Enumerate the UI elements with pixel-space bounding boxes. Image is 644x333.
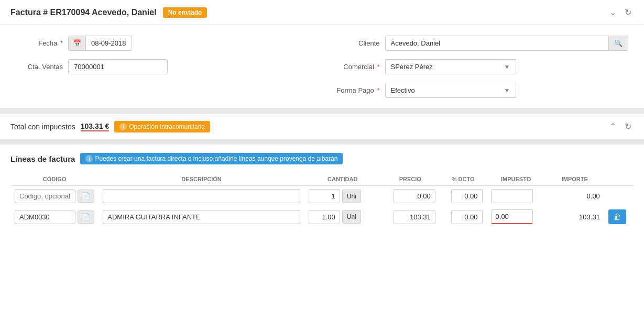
row2-desc-cell [99, 206, 304, 227]
op-intracomunitaria-label: Operación Intracomunitaria [129, 123, 205, 130]
row2-cantidad-input[interactable] [309, 210, 340, 224]
row2-desc-input[interactable] [103, 210, 300, 224]
row2-dcto-cell [440, 206, 487, 227]
total-refresh-button[interactable]: ↻ [623, 120, 634, 132]
row2-codigo-input[interactable] [15, 210, 75, 224]
row2-delete-button[interactable]: 🗑 [608, 209, 626, 224]
row2-importe-cell: 103.31 [545, 206, 604, 227]
table-header-row: CÓDIGO DESCRIPCIÓN CANTIDAD PRECIO % DCT… [10, 173, 634, 186]
row2-codigo-cell: 📄 [10, 206, 99, 227]
col-header-descripcion: DESCRIPCIÓN [99, 173, 304, 186]
lines-title: Líneas de factura [10, 154, 75, 163]
row1-precio-input[interactable] [394, 189, 435, 203]
row2-impuesto-input[interactable] [491, 209, 533, 224]
lines-header: Líneas de factura i Puedes crear una fac… [10, 153, 634, 164]
cliente-row: Cliente 🔍 [333, 36, 629, 51]
lines-section: Líneas de factura i Puedes crear una fac… [0, 145, 644, 333]
forma-pago-row: Forma Pago * Efectivo ▼ [333, 83, 629, 98]
comercial-select[interactable]: SPerez Pérez ▼ [385, 59, 516, 74]
row1-impuesto-input[interactable] [491, 189, 533, 203]
chevron-down-icon: ▼ [504, 63, 510, 71]
forma-pago-value: Efectivo [391, 86, 415, 94]
row1-uni-button[interactable]: Uni [342, 190, 361, 203]
forma-pago-select[interactable]: Efectivo ▼ [385, 83, 516, 98]
collapse-button[interactable]: ⌄ [607, 6, 618, 18]
row1-actions-cell [604, 186, 634, 207]
form-grid: Fecha * 📅 08-09-2018 Cta. Ventas Client [16, 36, 628, 98]
row2-uni-button[interactable]: Uni [342, 210, 361, 224]
header-section: Factura # ER170094 Acevedo, Daniel No en… [0, 0, 644, 25]
cliente-input[interactable] [385, 36, 609, 51]
row1-impuesto-cell [487, 186, 545, 207]
comercial-row: Comercial * SPerez Pérez ▼ [333, 59, 629, 74]
comercial-label: Comercial * [333, 63, 380, 71]
row2-importe-value: 103.31 [579, 213, 600, 221]
row1-codigo-cell: 📄 [10, 186, 99, 207]
cta-ventas-label: Cta. Ventas [16, 63, 63, 71]
table-row: 📄 Uni [10, 186, 634, 207]
col-header-impuesto: IMPUESTO [487, 173, 545, 186]
row2-cantidad-wrapper: Uni [309, 210, 377, 224]
col-header-dcto: % DCTO [440, 173, 487, 186]
row1-cantidad-input[interactable] [309, 189, 340, 203]
row2-actions-cell: 🗑 [604, 206, 634, 227]
total-amount: 103.31 € [81, 122, 110, 131]
info-icon: i [119, 123, 127, 130]
row1-cantidad-wrapper: Uni [309, 189, 377, 203]
row1-importe-cell: 0.00 [545, 186, 604, 207]
calendar-icon: 📅 [69, 36, 86, 50]
row2-precio-input[interactable] [394, 210, 435, 224]
lines-info-badge: i Puedes crear una factura directa o inc… [80, 153, 343, 164]
row2-cantidad-cell: Uni [304, 206, 381, 227]
row1-desc-input[interactable] [103, 189, 300, 203]
op-intracomunitaria-button[interactable]: i Operación Intracomunitaria [114, 121, 210, 132]
fecha-row: Fecha * 📅 08-09-2018 [16, 36, 312, 51]
row1-dcto-cell [440, 186, 487, 207]
status-badge: No enviado [163, 7, 208, 18]
row2-impuesto-cell [487, 206, 545, 227]
header-actions: ⌄ ↻ [607, 6, 634, 18]
row1-doc-button[interactable]: 📄 [78, 190, 94, 203]
col-header-cantidad: CANTIDAD [304, 173, 381, 186]
cliente-input-wrapper: 🔍 [385, 36, 629, 51]
cta-ventas-row: Cta. Ventas [16, 59, 312, 74]
row1-codigo-input[interactable] [15, 189, 75, 203]
total-section-right: ⌃ ↻ [607, 120, 634, 132]
row1-importe-value: 0.00 [587, 192, 600, 200]
divider-1 [0, 109, 644, 114]
forma-pago-label: Forma Pago * [333, 86, 380, 94]
divider-2 [0, 139, 644, 145]
table-row: 📄 Uni [10, 206, 634, 227]
col-header-codigo: CÓDIGO [10, 173, 99, 186]
chevron-down-icon-2: ▼ [504, 87, 510, 94]
cliente-label: Cliente [333, 39, 380, 47]
row1-codigo-wrapper: 📄 [15, 189, 94, 203]
col-header-importe: IMPORTE [545, 173, 604, 186]
col-header-precio: PRECIO [381, 173, 440, 186]
row2-precio-cell [381, 206, 440, 227]
invoice-table: CÓDIGO DESCRIPCIÓN CANTIDAD PRECIO % DCT… [10, 173, 634, 227]
fecha-label: Fecha * [16, 39, 63, 47]
comercial-value: SPerez Pérez [391, 63, 433, 71]
row1-desc-cell [99, 186, 304, 207]
row1-precio-cell [381, 186, 440, 207]
fecha-input-wrapper[interactable]: 📅 08-09-2018 [68, 36, 132, 51]
fecha-value: 08-09-2018 [86, 36, 132, 50]
page-title: Factura # ER170094 Acevedo, Daniel [10, 8, 157, 17]
lines-info-text: Puedes crear una factura directa o inclu… [95, 155, 337, 162]
row2-dcto-input[interactable] [451, 210, 483, 224]
refresh-button[interactable]: ↻ [623, 6, 634, 18]
total-collapse-button[interactable]: ⌃ [607, 120, 618, 132]
row1-dcto-input[interactable] [451, 189, 483, 203]
form-section: Fecha * 📅 08-09-2018 Cta. Ventas Client [0, 25, 644, 109]
row2-codigo-wrapper: 📄 [15, 210, 94, 224]
info-circle-icon: i [85, 155, 93, 162]
row1-cantidad-cell: Uni [304, 186, 381, 207]
cta-ventas-input[interactable] [68, 59, 168, 74]
total-label: Total con impuestos [10, 123, 75, 131]
cliente-search-button[interactable]: 🔍 [609, 36, 628, 51]
row2-doc-button[interactable]: 📄 [78, 210, 94, 224]
page-wrapper: Factura # ER170094 Acevedo, Daniel No en… [0, 0, 644, 333]
total-section: Total con impuestos 103.31 € i Operación… [0, 114, 644, 139]
